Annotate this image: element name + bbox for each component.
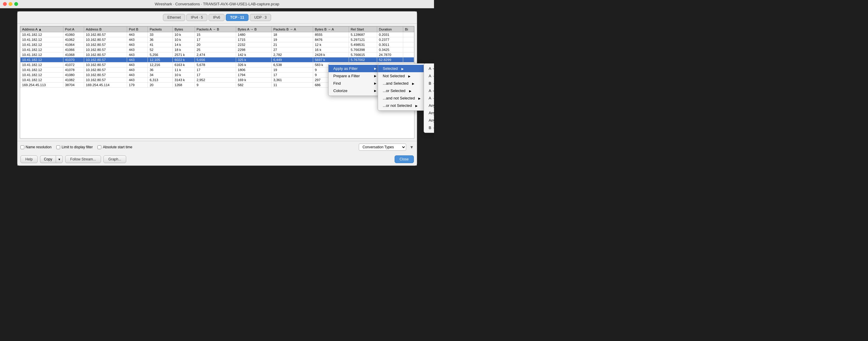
table-cell: 3,361 (271, 77, 313, 82)
context-menu-item-2[interactable]: Find▶ (329, 80, 381, 87)
col-header-bytes-b---a[interactable]: Bytes B → A (313, 27, 349, 32)
table-row[interactable]: 10.41.182.124106210.162.80.574433610 k17… (20, 37, 414, 42)
graph-button[interactable]: Graph... (103, 156, 126, 163)
table-cell: 10.162.80.57 (84, 32, 127, 37)
table-cell: 5,656 (195, 58, 236, 63)
tab-ipv6[interactable]: IPv6 (209, 14, 224, 21)
selected-submenu-item-6[interactable]: Any ↔ B (424, 109, 434, 116)
table-cell: 19 (271, 67, 313, 72)
filter-submenu-item-5[interactable]: ...or not Selected▶ (378, 102, 426, 109)
col-header-duration[interactable]: Duration (377, 27, 403, 32)
table-cell: 0.2377 (377, 37, 403, 42)
filter-submenu-item-3[interactable]: ...or Selected▶ (378, 87, 426, 95)
selected-submenu-item-4[interactable]: A → Any (424, 95, 434, 102)
context-menu-item-1[interactable]: Prepare a Filter▶ (329, 72, 381, 80)
close-dialog-button[interactable]: Close (395, 156, 414, 163)
table-row[interactable]: 10.41.182.124106610.162.80.574435218 k25… (20, 47, 414, 53)
table-cell: 2232 (236, 42, 271, 47)
table-cell: 12,105 (148, 58, 173, 63)
table-cell: 10.41.182.12 (20, 63, 63, 67)
copy-dropdown-arrow-button[interactable]: ▼ (56, 156, 63, 163)
table-cell: 41066 (63, 47, 84, 53)
limit-display-checkbox[interactable] (56, 145, 60, 149)
filter-submenu-item-2[interactable]: ...and Selected▶ (378, 80, 426, 87)
table-cell: 41070 (63, 58, 84, 63)
absolute-time-label[interactable]: Absolute start time (97, 145, 132, 149)
col-header-packets-a---b[interactable]: Packets A → B (195, 27, 236, 32)
table-cell: 10.162.80.57 (84, 58, 127, 63)
table-cell: 41072 (63, 63, 84, 67)
table-cell: 41082 (63, 77, 84, 82)
name-resolution-label[interactable]: Name resolution (21, 145, 52, 149)
maximize-button[interactable] (14, 2, 18, 6)
tab-ipv4-·-5[interactable]: IPv4 · 5 (186, 14, 207, 21)
context-menu: Apply as Filter▶Prepare a Filter▶Find▶Co… (328, 63, 381, 96)
table-cell: 326 k (236, 63, 271, 67)
filter-submenu-item-1[interactable]: Not Selected▶ (378, 72, 426, 80)
button-row: Help Copy ▼ Follow Stream... Graph... Cl… (18, 153, 417, 166)
copy-split-button[interactable]: Copy ▼ (40, 156, 63, 163)
table-cell: 17 (195, 72, 236, 77)
col-header-rel-start[interactable]: Rel Start (349, 27, 377, 32)
table-cell: 41060 (63, 32, 84, 37)
col-header-bi[interactable]: Bi (403, 27, 414, 32)
minimize-button[interactable] (8, 2, 12, 6)
tab-ethernet[interactable]: Ethernet (163, 14, 185, 21)
table-cell: 6,538 (271, 63, 313, 67)
context-menu-item-3[interactable]: Colorize▶ (329, 87, 381, 95)
name-resolution-checkbox[interactable] (21, 145, 24, 149)
selected-submenu-item-1[interactable]: A → B (424, 72, 434, 80)
col-header-address-b[interactable]: Address B (84, 27, 127, 32)
table-cell: 41 (148, 42, 173, 47)
copy-button[interactable]: Copy (40, 156, 56, 163)
col-header-bytes-a---b[interactable]: Bytes A → B (236, 27, 271, 32)
tab-tcp-·-11[interactable]: TCP · 11 (226, 14, 249, 21)
col-header-port-b[interactable]: Port B (127, 27, 148, 32)
filter-submenu-arrow-icon: ▶ (418, 97, 421, 100)
context-menu-item-0[interactable]: Apply as Filter▶ (329, 65, 381, 72)
selected-submenu-item-8[interactable]: B → Any (424, 124, 434, 131)
table-cell: 10.41.182.12 (20, 42, 63, 47)
submenu-arrow-icon: ▶ (374, 89, 376, 92)
titlebar: Wireshark · Conversations · TRANSIT-AVX-… (0, 0, 434, 8)
table-row[interactable]: 10.41.182.124106810.162.80.574435,256257… (20, 53, 414, 58)
follow-stream-button[interactable]: Follow Stream... (65, 156, 101, 163)
table-cell: 10.41.182.12 (20, 77, 63, 82)
col-header-address-a[interactable]: Address A ▲ (20, 27, 63, 32)
col-header-bytes[interactable]: Bytes (173, 27, 195, 32)
table-cell: 2298 (236, 47, 271, 53)
table-cell: 443 (127, 47, 148, 53)
close-window-button[interactable] (3, 2, 7, 6)
col-header-packets-b---a[interactable]: Packets B → A (271, 27, 313, 32)
table-cell: 8555 (313, 32, 349, 37)
absolute-time-checkbox[interactable] (97, 145, 101, 149)
table-row[interactable]: 10.41.182.124107010.162.80.5744312,10560… (20, 58, 414, 63)
selected-submenu-item-2[interactable]: B → A (424, 80, 434, 87)
selected-submenu-item-3[interactable]: A ↔ Any (424, 87, 434, 95)
table-header: Address A ▲Port AAddress BPort BPacketsB… (20, 27, 414, 32)
table-cell: 2571 k (173, 53, 195, 58)
table-cell: 10.41.182.12 (20, 37, 63, 42)
col-header-packets[interactable]: Packets (148, 27, 173, 32)
table-cell: 10.162.80.57 (84, 67, 127, 72)
col-header-port-a[interactable]: Port A (63, 27, 84, 32)
selected-submenu-item-5[interactable]: Any → A (424, 102, 434, 109)
selected-submenu-item-0[interactable]: A ↔ B (424, 65, 434, 72)
filter-submenu-item-0[interactable]: Selected▶ (378, 65, 426, 72)
table-cell: 2428 k (313, 53, 349, 58)
window-title: Wireshark · Conversations · TRANSIT-AVX-… (155, 2, 279, 6)
filter-submenu-item-4[interactable]: ...and not Selected▶ (378, 95, 426, 102)
conversation-types-dropdown[interactable]: Conversation Types (359, 143, 406, 151)
filter-submenu-arrow-icon: ▶ (412, 82, 414, 85)
table-cell: 18 (271, 32, 313, 37)
table-row[interactable]: 10.41.182.124106410.162.80.574434114 k20… (20, 42, 414, 47)
table-cell: 10.41.182.12 (20, 72, 63, 77)
limit-display-label[interactable]: Limit to display filter (56, 145, 93, 149)
table-cell (403, 47, 414, 53)
table-row[interactable]: 10.41.182.124106010.162.80.574433310 k15… (20, 32, 414, 37)
tab-udp-·-3[interactable]: UDP · 3 (250, 14, 271, 21)
selected-submenu-item-7[interactable]: Any → B (424, 116, 434, 124)
table-cell: 10.41.182.12 (20, 32, 63, 37)
table-cell: 1715 (236, 37, 271, 42)
help-button[interactable]: Help (21, 156, 38, 163)
